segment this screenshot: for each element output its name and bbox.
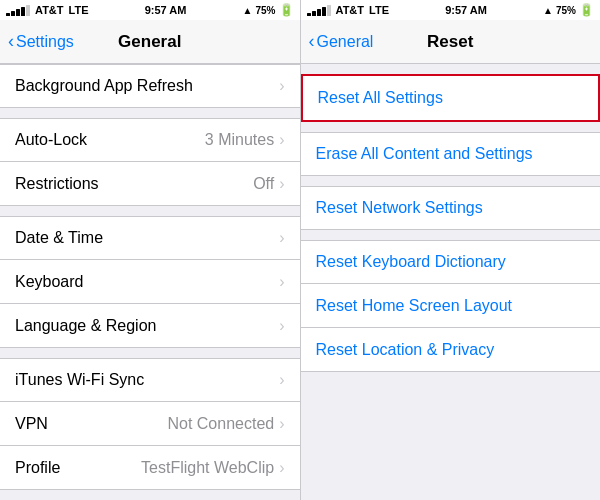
back-button-right[interactable]: ‹ General: [309, 31, 374, 52]
gap-r4: [301, 230, 601, 240]
gap-2: [0, 206, 300, 216]
item-erase-all-content[interactable]: Erase All Content and Settings: [301, 132, 601, 176]
item-reset-network[interactable]: Reset Network Settings: [301, 186, 601, 230]
gap-r3: [301, 176, 601, 186]
left-panel: AT&T LTE 9:57 AM ▲ 75% 🔋 ‹ Settings Gene…: [0, 0, 300, 500]
item-reset-location[interactable]: Reset Location & Privacy: [301, 328, 601, 372]
value-vpn: Not Connected: [167, 415, 274, 433]
label-background-app-refresh: Background App Refresh: [15, 77, 279, 95]
status-bar-left-left: AT&T LTE: [6, 4, 88, 16]
left-content: Background App Refresh › Auto-Lock 3 Min…: [0, 64, 300, 500]
value-auto-lock: 3 Minutes: [205, 131, 274, 149]
right-panel: AT&T LTE 9:57 AM ▲ 75% 🔋 ‹ General Reset…: [301, 0, 601, 500]
nav-arrow-right: ▲: [543, 5, 553, 16]
item-background-app-refresh[interactable]: Background App Refresh ›: [0, 64, 300, 108]
status-bar-right-left: ▲ 75% 🔋: [243, 3, 294, 17]
gap-1: [0, 108, 300, 118]
label-vpn: VPN: [15, 415, 167, 433]
nav-bar-left: ‹ Settings General: [0, 20, 300, 64]
time-right: 9:57 AM: [445, 4, 487, 16]
item-reset-home-screen[interactable]: Reset Home Screen Layout: [301, 284, 601, 328]
chevron-back-left: ‹: [8, 31, 14, 52]
item-vpn[interactable]: VPN Not Connected ›: [0, 402, 300, 446]
gap-r2: [301, 122, 601, 132]
label-reset-location: Reset Location & Privacy: [316, 341, 586, 359]
chevron-8: ›: [279, 459, 284, 477]
label-reset-keyboard: Reset Keyboard Dictionary: [316, 253, 586, 271]
label-auto-lock: Auto-Lock: [15, 131, 205, 149]
right-content: Reset All Settings Erase All Content and…: [301, 64, 601, 500]
battery-pct-left: 75%: [255, 5, 275, 16]
item-auto-lock[interactable]: Auto-Lock 3 Minutes ›: [0, 118, 300, 162]
label-keyboard: Keyboard: [15, 273, 279, 291]
item-keyboard[interactable]: Keyboard ›: [0, 260, 300, 304]
item-itunes-wifi[interactable]: iTunes Wi-Fi Sync ›: [0, 358, 300, 402]
value-profile: TestFlight WebClip: [141, 459, 274, 477]
reset-all-settings-wrapper: Reset All Settings: [301, 74, 601, 122]
status-bar-right: AT&T LTE 9:57 AM ▲ 75% 🔋: [301, 0, 601, 20]
chevron-4: ›: [279, 273, 284, 291]
value-restrictions: Off: [253, 175, 274, 193]
battery-icon-left: 🔋: [279, 3, 294, 17]
chevron-2: ›: [279, 175, 284, 193]
network-type-right: LTE: [369, 4, 389, 16]
nav-arrow-left: ▲: [243, 5, 253, 16]
item-date-time[interactable]: Date & Time ›: [0, 216, 300, 260]
signal-dots-right: [307, 5, 331, 16]
status-bar-right-left-group: AT&T LTE: [307, 4, 389, 16]
nav-bar-right: ‹ General Reset: [301, 20, 601, 64]
label-date-time: Date & Time: [15, 229, 279, 247]
label-erase-all-content: Erase All Content and Settings: [316, 145, 586, 163]
signal-dots: [6, 5, 30, 16]
chevron-0: ›: [279, 77, 284, 95]
label-reset-home-screen: Reset Home Screen Layout: [316, 297, 586, 315]
back-button-left[interactable]: ‹ Settings: [8, 31, 74, 52]
gap-4: [0, 490, 300, 500]
chevron-6: ›: [279, 371, 284, 389]
nav-title-left: General: [118, 32, 181, 52]
label-language-region: Language & Region: [15, 317, 279, 335]
carrier-right: AT&T: [336, 4, 365, 16]
status-bar-left: AT&T LTE 9:57 AM ▲ 75% 🔋: [0, 0, 300, 20]
item-profile[interactable]: Profile TestFlight WebClip ›: [0, 446, 300, 490]
item-language-region[interactable]: Language & Region ›: [0, 304, 300, 348]
gap-3: [0, 348, 300, 358]
chevron-back-right: ‹: [309, 31, 315, 52]
label-profile: Profile: [15, 459, 141, 477]
chevron-1: ›: [279, 131, 284, 149]
item-reset-all-settings[interactable]: Reset All Settings: [303, 76, 599, 120]
label-reset-all-settings: Reset All Settings: [318, 89, 584, 107]
chevron-3: ›: [279, 229, 284, 247]
label-itunes-wifi: iTunes Wi-Fi Sync: [15, 371, 279, 389]
carrier-left: AT&T: [35, 4, 64, 16]
item-reset-keyboard[interactable]: Reset Keyboard Dictionary: [301, 240, 601, 284]
nav-title-right: Reset: [427, 32, 473, 52]
label-restrictions: Restrictions: [15, 175, 253, 193]
gap-r1: [301, 64, 601, 74]
item-restrictions[interactable]: Restrictions Off ›: [0, 162, 300, 206]
time-left: 9:57 AM: [145, 4, 187, 16]
network-type-left: LTE: [69, 4, 89, 16]
back-label-right: General: [317, 33, 374, 51]
chevron-7: ›: [279, 415, 284, 433]
battery-pct-right: 75%: [556, 5, 576, 16]
chevron-5: ›: [279, 317, 284, 335]
back-label-left: Settings: [16, 33, 74, 51]
label-reset-network: Reset Network Settings: [316, 199, 586, 217]
battery-icon-right: 🔋: [579, 3, 594, 17]
status-bar-right-right-group: ▲ 75% 🔋: [543, 3, 594, 17]
